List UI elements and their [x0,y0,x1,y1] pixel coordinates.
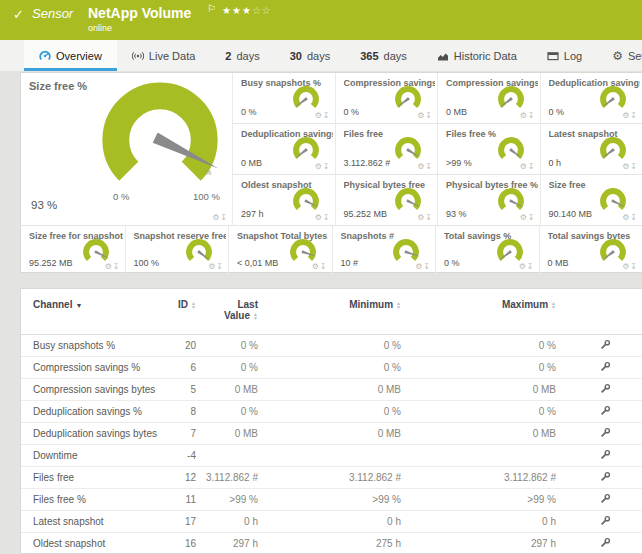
tile-actions[interactable]: ⚙↧ [315,111,331,120]
channel-settings-wrench-icon[interactable] [600,383,611,396]
gauge-tile: Files free % >99 % ⚙↧ [437,124,540,175]
tile-actions[interactable]: ⚙↧ [208,262,224,271]
channel-settings-wrench-icon[interactable] [600,515,611,528]
pin-icon[interactable]: ↧ [423,262,431,271]
pin-icon[interactable]: ↧ [527,262,535,271]
priority-flag-icon[interactable]: ⚐ [207,3,216,14]
channel-id: 8 [163,406,196,417]
column-header-id[interactable]: ID▲▼ [163,299,196,310]
gear-icon: ⚙ [612,50,623,62]
channel-last-value: 0 h [196,516,258,527]
tab-30-days[interactable]: 30 days [275,40,346,71]
channel-name[interactable]: Files free [33,472,163,483]
gear-icon[interactable]: ⚙ [520,111,528,120]
channel-id: 5 [163,384,196,395]
tile-actions[interactable]: ⚙↧ [520,213,536,222]
tile-actions[interactable]: ⚙↧ [520,111,536,120]
pin-icon[interactable]: ↧ [323,162,331,171]
channel-settings-wrench-icon[interactable] [600,405,611,418]
tab-2-days[interactable]: 2 days [210,40,274,71]
gauge-value: >99 % [446,158,472,168]
status-ok-icon: ✓ [13,7,24,22]
priority-stars[interactable]: ★★★☆☆ [222,5,272,16]
tile-actions[interactable]: ⚙↧ [622,213,638,222]
gear-icon[interactable]: ⚙ [519,262,527,271]
channel-name[interactable]: Oldest snapshot [33,538,163,549]
channel-name[interactable]: Deduplication savings % [33,406,163,417]
gear-icon[interactable]: ⚙ [520,213,528,222]
tab-log[interactable]: Log [532,40,597,71]
pin-icon[interactable]: ↧ [113,262,121,271]
tile-actions[interactable]: ⚙↧ [312,262,328,271]
column-header-maximum[interactable]: Maximum▲▼ [401,299,556,310]
column-header-last-value[interactable]: Last Value▲▼ [196,299,258,321]
tile-actions[interactable]: ⚙↧ [315,213,331,222]
gauge-tile: Deduplication savings bytes 0 MB ⚙↧ [232,124,335,175]
table-row: Deduplication savings % 8 0 % 0 % 0 % [21,401,642,423]
tab-365-days[interactable]: 365 days [345,40,422,71]
small-gauges-grid: Busy snapshots % 0 % ⚙↧ Compression savi… [232,73,642,226]
pin-icon[interactable]: ↧ [630,213,638,222]
tile-actions[interactable]: ⚙↧ [417,162,433,171]
pin-icon[interactable]: ↧ [320,262,328,271]
gauge-value: 93 % [446,209,467,219]
pin-icon[interactable]: ↧ [323,213,331,222]
pin-icon[interactable]: ↧ [425,162,433,171]
table-row: Files free % 11 >99 % >99 % >99 % [21,489,642,511]
channel-name[interactable]: Deduplication savings bytes [33,428,163,439]
pin-icon[interactable]: ↧ [220,213,228,222]
tile-actions[interactable]: ⚙↧ [415,262,431,271]
tile-actions[interactable]: ⚙↧ [519,262,535,271]
tab-overview[interactable]: Overview [24,40,117,71]
pin-icon[interactable]: ↧ [630,262,638,271]
channel-name[interactable]: Compression savings % [33,362,163,373]
channel-name[interactable]: Busy snapshots % [33,340,163,351]
channel-settings-wrench-icon[interactable] [600,427,611,440]
tile-actions[interactable]: ⚙↧ [520,162,536,171]
channel-settings-wrench-icon[interactable] [600,449,611,462]
channel-settings-wrench-icon[interactable] [600,339,611,352]
gear-icon[interactable]: ⚙ [315,111,323,120]
pin-icon[interactable]: ↧ [630,111,638,120]
gear-icon[interactable]: ⚙ [315,213,323,222]
pin-icon[interactable]: ↧ [630,162,638,171]
tab-number: 30 [290,50,302,62]
tile-actions[interactable]: ⚙↧ [622,111,638,120]
channel-name[interactable]: Latest snapshot [33,516,163,527]
channel-settings-wrench-icon[interactable] [600,361,611,374]
pin-icon[interactable]: ↧ [528,213,536,222]
column-header-minimum[interactable]: Minimum▲▼ [258,299,401,310]
tile-actions[interactable]: ⚙↧ [315,162,331,171]
tab-live-data[interactable]: Live Data [117,40,210,71]
sort-icon: ▲▼ [551,301,556,309]
gear-icon[interactable]: ⚙ [105,262,113,271]
pin-icon[interactable]: ↧ [323,111,331,120]
pin-icon[interactable]: ↧ [425,213,433,222]
channel-settings-wrench-icon[interactable] [600,493,611,506]
channel-settings-wrench-icon[interactable] [600,537,611,550]
channel-settings-wrench-icon[interactable] [600,471,611,484]
tab-settings[interactable]: ⚙ Settings [597,40,642,71]
gear-icon[interactable]: ⚙ [520,162,528,171]
tile-actions[interactable]: ⚙↧ [212,213,228,222]
pin-icon[interactable]: ↧ [216,262,224,271]
column-header-channel[interactable]: Channel▼ [33,299,163,310]
pin-icon[interactable]: ↧ [425,111,433,120]
channel-name[interactable]: Compression savings bytes [33,384,163,395]
tile-actions[interactable]: ⚙↧ [622,262,638,271]
mini-gauge [496,135,526,165]
tile-actions[interactable]: ⚙↧ [105,262,121,271]
pin-icon[interactable]: ↧ [528,111,536,120]
channel-last-value: 0 MB [196,428,258,439]
tile-actions[interactable]: ⚙↧ [417,111,433,120]
gear-icon[interactable]: ⚙ [312,262,320,271]
channel-name[interactable]: Files free % [33,494,163,505]
object-type-label: Sensor [32,6,73,21]
tile-actions[interactable]: ⚙↧ [622,162,638,171]
channel-maximum: 0 MB [401,384,556,395]
tab-historic-data[interactable]: Historic Data [422,40,532,71]
tile-actions[interactable]: ⚙↧ [417,213,433,222]
channel-name[interactable]: Downtime [33,450,163,461]
pin-icon[interactable]: ↧ [528,162,536,171]
gear-icon[interactable]: ⚙ [315,162,323,171]
